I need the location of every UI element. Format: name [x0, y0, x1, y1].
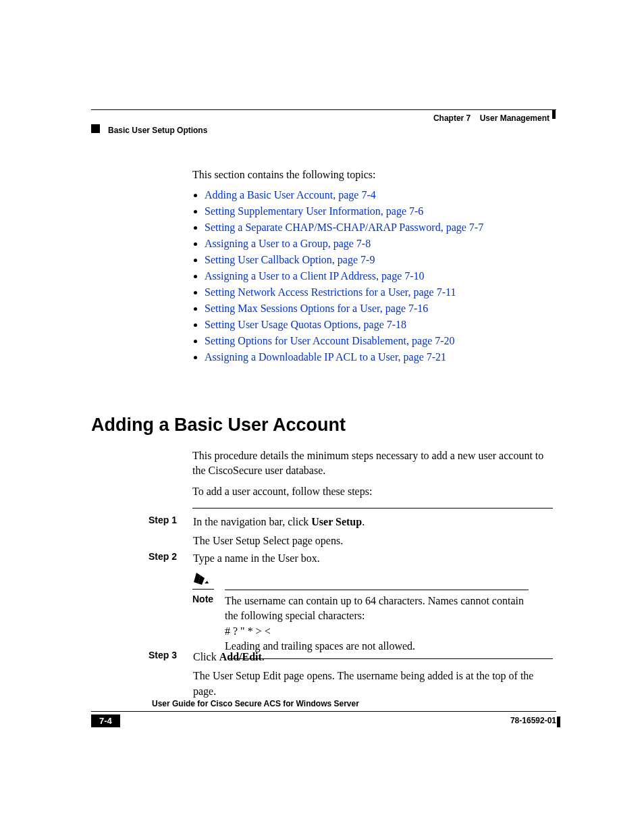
header-rule	[91, 109, 556, 110]
step1-text-pre: In the navigation bar, click	[193, 516, 311, 527]
topic-item: Setting a Separate CHAP/MS-CHAP/ARAP Pas…	[205, 221, 553, 234]
section-intro-2: To add a user account, follow these step…	[192, 484, 553, 499]
topics-list: Adding a Basic User Account, page 7-4 Se…	[192, 189, 553, 363]
svg-marker-2	[205, 581, 209, 583]
topic-item: Assigning a User to a Client IP Address,…	[205, 270, 553, 282]
section-body: This procedure details the minimum steps…	[192, 448, 553, 506]
step3-result: The User Setup Edit page opens. The user…	[193, 669, 550, 699]
topic-item: Setting User Usage Quotas Options, page …	[205, 319, 553, 331]
topics-intro: This section contains the following topi…	[192, 169, 553, 181]
step-body: Type a name in the User box.	[193, 551, 550, 566]
step-2: Step 2 Type a name in the User box.	[149, 551, 553, 566]
section-intro-1: This procedure details the minimum steps…	[192, 448, 553, 477]
note-text: The username can contain up to 64 charac…	[225, 590, 529, 654]
footer-bar: 7-4 78-16592-01	[91, 714, 556, 727]
running-header-section: Basic User Setup Options	[108, 126, 207, 135]
step-body: In the navigation bar, click User Setup.…	[193, 515, 550, 549]
step1-text-post: .	[362, 516, 365, 527]
pencil-icon	[192, 571, 214, 590]
document-id: 78-16592-01	[510, 716, 556, 725]
topic-link[interactable]: Setting Max Sessions Options for a User,…	[205, 303, 428, 314]
topic-link[interactable]: Assigning a User to a Group, page 7-8	[205, 238, 371, 249]
header-marker-right	[552, 109, 556, 119]
topic-link[interactable]: Adding a Basic User Account, page 7-4	[205, 189, 376, 201]
step3-text-pre: Click	[193, 651, 219, 662]
topic-link[interactable]: Setting User Callback Option, page 7-9	[205, 254, 375, 265]
step1-result: The User Setup Select page opens.	[193, 533, 343, 548]
steps-top-rule	[192, 508, 553, 509]
topic-item: Assigning a User to a Group, page 7-8	[205, 238, 553, 250]
section-heading: Adding a Basic User Account	[91, 415, 346, 436]
footer-rule	[91, 711, 556, 712]
step-3: Step 3 Click Add/Edit. The User Setup Ed…	[149, 650, 553, 699]
step3-text-post: .	[262, 651, 265, 662]
step-1: Step 1 In the navigation bar, click User…	[149, 515, 553, 549]
step1-ui-element: User Setup	[311, 516, 362, 527]
topic-link[interactable]: Assigning a Downloadable IP ACL to a Use…	[205, 351, 446, 363]
document-page: Chapter 7 User Management Basic User Set…	[0, 0, 644, 834]
topic-link[interactable]: Setting User Usage Quotas Options, page …	[205, 319, 406, 330]
footer-guide-title: User Guide for Cisco Secure ACS for Wind…	[152, 699, 359, 708]
topic-link[interactable]: Setting Options for User Account Disable…	[205, 335, 455, 346]
footer-marker-right	[557, 716, 560, 727]
running-header-chapter: Chapter 7 User Management	[433, 113, 549, 123]
topic-link[interactable]: Setting Network Access Restrictions for …	[205, 286, 456, 298]
topic-item: Adding a Basic User Account, page 7-4	[205, 189, 553, 201]
topics-block: This section contains the following topi…	[192, 169, 553, 384]
step-body: Click Add/Edit. The User Setup Edit page…	[193, 650, 550, 699]
step-label: Step 1	[149, 515, 190, 525]
note-block: Note The username can contain up to 64 c…	[192, 571, 553, 659]
note-line1: The username can contain up to 64 charac…	[225, 595, 524, 621]
step3-ui-element: Add/Edit	[219, 651, 262, 662]
step-label: Step 3	[149, 650, 190, 660]
topic-item: Setting Supplementary User Information, …	[205, 205, 553, 217]
topic-link[interactable]: Setting a Separate CHAP/MS-CHAP/ARAP Pas…	[205, 221, 483, 233]
page-footer: User Guide for Cisco Secure ACS for Wind…	[91, 711, 556, 727]
topic-item: Setting Max Sessions Options for a User,…	[205, 303, 553, 315]
page-number: 7-4	[91, 714, 120, 727]
chapter-label: Chapter 7	[433, 113, 471, 123]
note-label: Note	[192, 590, 222, 604]
topic-link[interactable]: Setting Supplementary User Information, …	[205, 205, 423, 217]
header-marker-left	[91, 124, 100, 133]
topic-item: Setting User Callback Option, page 7-9	[205, 254, 553, 266]
chapter-title: User Management	[480, 113, 549, 123]
topic-item: Setting Network Access Restrictions for …	[205, 286, 553, 298]
topic-link[interactable]: Assigning a User to a Client IP Address,…	[205, 270, 425, 282]
note-chars: # ? " * > <	[225, 625, 271, 637]
topic-item: Setting Options for User Account Disable…	[205, 335, 553, 347]
topic-item: Assigning a Downloadable IP ACL to a Use…	[205, 351, 553, 363]
step-label: Step 2	[149, 551, 190, 562]
